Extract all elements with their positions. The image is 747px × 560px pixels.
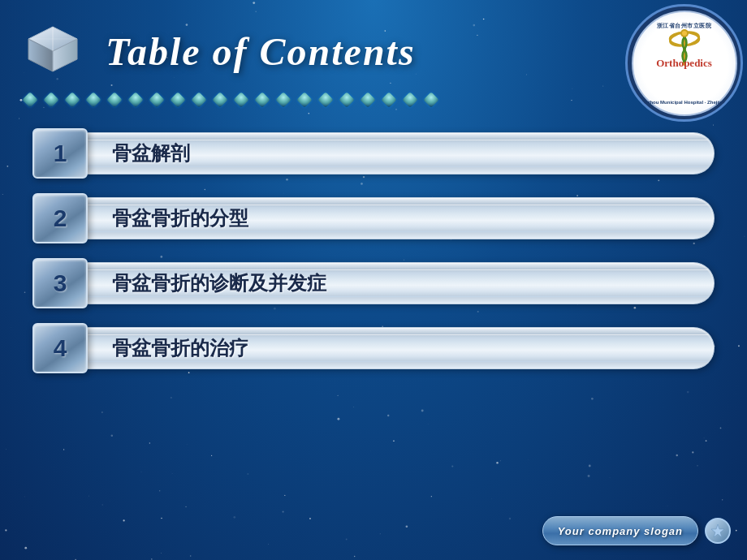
toc-item-text: 骨盆骨折的分型 <box>112 205 248 231</box>
dot-gem <box>254 92 270 108</box>
slogan-text: Your company slogan <box>558 525 683 537</box>
toc-silver-bar: 骨盆骨折的诊断及并发症 <box>88 262 715 304</box>
toc-item[interactable]: 4骨盆骨折的治疗 <box>32 323 715 373</box>
svg-point-4 <box>682 31 687 36</box>
dot-gem <box>423 92 439 108</box>
dot-gem <box>43 92 59 108</box>
logo-text-bottom: Taizhou Municipal Hospital · Zhejiang <box>633 100 736 105</box>
dot-gem <box>127 92 144 108</box>
toc-item-text: 骨盆骨折的治疗 <box>112 335 248 361</box>
toc-number-badge: 4 <box>32 323 88 373</box>
toc-content: 1骨盆解剖2骨盆骨折的分型3骨盆骨折的诊断及并发症4骨盆骨折的治疗 <box>0 112 747 390</box>
toc-item-text: 骨盆解剖 <box>112 140 190 166</box>
dot-gem <box>149 92 165 108</box>
toc-number-badge: 3 <box>32 258 88 308</box>
toc-number-badge: 1 <box>32 128 88 179</box>
toc-item-text: 骨盆骨折的诊断及并发症 <box>112 270 326 296</box>
dot-gem <box>360 92 376 108</box>
toc-item[interactable]: 3骨盆骨折的诊断及并发症 <box>32 258 715 308</box>
dot-gem <box>22 92 38 108</box>
toc-silver-bar: 骨盆解剖 <box>88 132 715 174</box>
toc-item[interactable]: 2骨盆骨折的分型 <box>32 193 715 243</box>
dot-gem <box>85 92 101 108</box>
svg-marker-10 <box>711 524 724 537</box>
dot-gem <box>317 92 334 108</box>
dot-gem <box>381 92 397 108</box>
dot-gem <box>275 92 291 108</box>
toc-item[interactable]: 1骨盆解剖 <box>32 128 715 179</box>
hospital-logo: 浙江省台州市立医院 Orthopedics Taizhou Municipal … <box>625 4 743 122</box>
toc-silver-bar: 骨盆骨折的分型 <box>88 197 715 239</box>
dot-gem <box>339 92 355 108</box>
dot-gem <box>170 92 186 108</box>
toc-number-badge: 2 <box>32 193 88 243</box>
dot-gem <box>296 92 313 108</box>
page-title: Table of Contents <box>106 29 416 74</box>
toc-silver-bar: 骨盆骨折的治疗 <box>88 327 715 369</box>
header-cube-icon <box>16 15 89 88</box>
dot-gem <box>402 92 418 108</box>
logo-orthopedics-label: Orthopedics <box>656 57 712 70</box>
dot-gem <box>233 92 249 108</box>
dot-gem <box>106 92 123 108</box>
slogan-pill: Your company slogan <box>542 516 698 545</box>
bottom-slogan-bar: Your company slogan <box>542 516 731 545</box>
dot-gem <box>212 92 228 108</box>
dot-gem <box>191 92 207 108</box>
slogan-icon <box>705 518 731 544</box>
dot-gem <box>64 92 80 108</box>
